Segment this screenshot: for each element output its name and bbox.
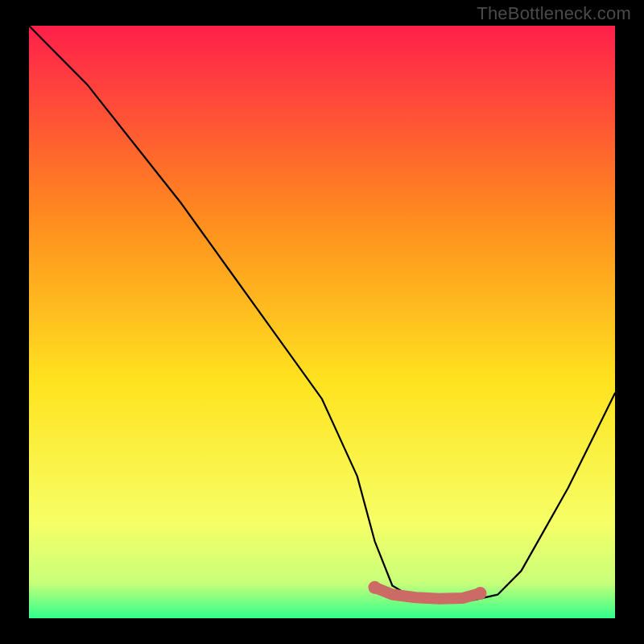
marker-dot <box>474 587 487 600</box>
marker-dot <box>369 581 382 594</box>
plot-area <box>29 26 615 618</box>
chart-frame: TheBottleneck.com <box>0 0 644 644</box>
plot-svg <box>29 26 615 618</box>
watermark-text: TheBottleneck.com <box>477 3 631 24</box>
gradient-background <box>29 26 615 618</box>
